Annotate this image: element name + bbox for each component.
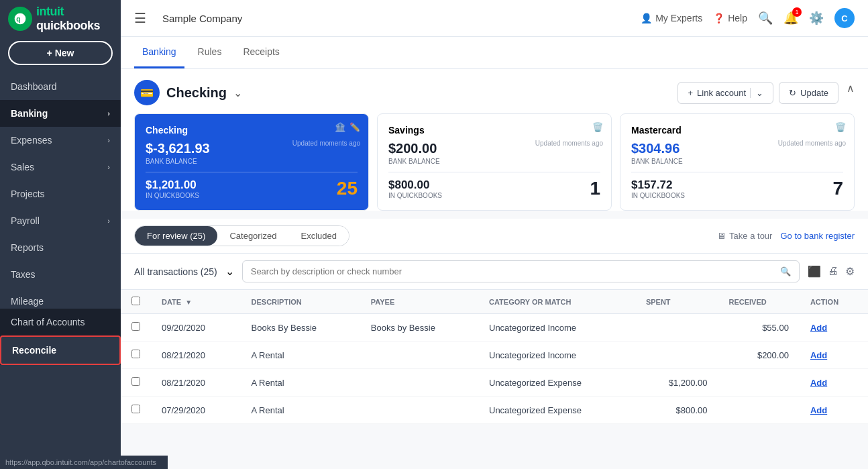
bank-register-link[interactable]: Go to bank register <box>780 231 855 241</box>
row-payee <box>360 397 478 424</box>
row-checkbox[interactable] <box>131 350 140 358</box>
print-icon[interactable]: 🖨 <box>828 265 838 278</box>
row-date: 07/29/2020 <box>151 397 241 424</box>
filter-actions: 🖥 Take a tour Go to bank register <box>717 231 855 241</box>
add-link[interactable]: Add <box>810 378 827 388</box>
link-account-button[interactable]: + Link account ⌄ <box>677 82 773 104</box>
th-category: CATEGORY OR MATCH <box>478 290 635 314</box>
savings-card[interactable]: 🗑️ Savings $200.00 BANK BALANCE Updated … <box>377 113 612 211</box>
row-date: 08/21/2020 <box>151 342 241 369</box>
search-input[interactable] <box>251 266 775 276</box>
new-button[interactable]: + New <box>8 41 113 65</box>
transaction-toolbar: All transactions (25) ⌄ 🔍 ⬛ 🖨 ⚙ <box>121 254 868 290</box>
transactions-table-wrapper: DATE ▼ DESCRIPTION PAYEE CATEGORY OR MAT… <box>121 290 868 424</box>
delete-icon[interactable]: 🗑️ <box>592 122 603 132</box>
reconcile-item[interactable]: Reconcile <box>0 335 121 365</box>
edit-icon[interactable]: ✏️ <box>349 122 360 132</box>
date-sort-icon[interactable]: ▼ <box>185 299 192 306</box>
row-checkbox[interactable] <box>131 377 140 386</box>
row-checkbox[interactable] <box>131 405 140 413</box>
transaction-count: All transactions (25) <box>134 266 217 277</box>
notifications-button[interactable]: 🔔 1 <box>783 11 798 25</box>
plus-icon: + <box>688 88 693 98</box>
sales-label: Sales <box>11 162 34 172</box>
filter-tab-for-review[interactable]: For review (25) <box>135 226 217 246</box>
logo-text: intuit quickbooks <box>36 5 113 33</box>
row-action[interactable]: Add <box>800 314 868 342</box>
help-icon: ❓ <box>713 13 724 23</box>
row-category: Uncategorized Income <box>478 342 635 369</box>
transaction-count-dropdown[interactable]: ⌄ <box>225 265 234 278</box>
add-link[interactable]: Add <box>810 405 827 415</box>
select-all-checkbox[interactable] <box>131 297 140 305</box>
row-payee <box>360 369 478 397</box>
export-icon[interactable]: ⬛ <box>808 265 821 278</box>
checking-qb-label: IN QUICKBOOKS <box>146 192 199 199</box>
sidebar-item-sales[interactable]: Sales › <box>0 154 121 180</box>
tab-rules[interactable]: Rules <box>190 37 230 68</box>
account-section: 💳 Checking ⌄ + Link account ⌄ ↻ Update ∧ <box>121 69 868 211</box>
mastercard-review-count: 7 <box>832 178 843 199</box>
help-button[interactable]: ❓ Help <box>713 13 747 23</box>
add-link[interactable]: Add <box>810 323 827 333</box>
reports-label: Reports <box>11 242 44 253</box>
main-content: ☰ Sample Company 👤 My Experts ❓ Help 🔍 🔔… <box>121 0 868 469</box>
tab-receipts[interactable]: Receipts <box>235 37 287 68</box>
sidebar-item-payroll[interactable]: Payroll › <box>0 207 121 234</box>
row-category: Uncategorized Expense <box>478 369 635 397</box>
row-category: Uncategorized Expense <box>478 397 635 424</box>
banking-chevron: › <box>107 109 110 117</box>
sidebar-item-taxes[interactable]: Taxes <box>0 261 121 288</box>
delete-icon-mc[interactable]: 🗑️ <box>835 122 846 132</box>
banking-label: Banking <box>11 108 48 119</box>
savings-card-bottom: $800.00 IN QUICKBOOKS 1 <box>388 178 600 199</box>
checking-review-count: 25 <box>337 178 358 199</box>
chart-of-accounts-item[interactable]: Chart of Accounts <box>0 309 121 335</box>
link-dropdown-icon[interactable]: ⌄ <box>750 88 763 98</box>
search-icon[interactable]: 🔍 <box>758 11 773 25</box>
update-button[interactable]: ↻ Update <box>779 82 838 104</box>
sidebar-item-banking[interactable]: Banking › <box>0 100 121 127</box>
hamburger-icon[interactable]: ☰ <box>134 10 146 26</box>
mastercard-balance-label: BANK BALANCE <box>631 158 843 165</box>
sidebar-item-reports[interactable]: Reports <box>0 234 121 261</box>
sales-chevron: › <box>107 163 110 171</box>
tab-banking[interactable]: Banking <box>134 37 184 68</box>
filter-tabs: For review (25) Categorized Excluded <box>134 225 349 246</box>
table-row: 09/20/2020 Books By Bessie Books by Bess… <box>121 314 868 342</box>
th-checkbox <box>121 290 151 314</box>
row-received: $55.00 <box>718 314 800 342</box>
mastercard-card[interactable]: 🗑️ Mastercard $304.96 BANK BALANCE Updat… <box>620 113 855 211</box>
row-action[interactable]: Add <box>800 369 868 397</box>
account-icon: 💳 <box>134 80 160 105</box>
accounting-dropdown: Chart of Accounts Reconcile <box>0 309 121 365</box>
filter-tab-excluded[interactable]: Excluded <box>289 226 349 246</box>
account-dropdown-arrow[interactable]: ⌄ <box>233 87 242 99</box>
row-checkbox[interactable] <box>131 322 140 331</box>
payroll-chevron: › <box>107 217 110 225</box>
sidebar-item-expenses[interactable]: Expenses › <box>0 127 121 154</box>
account-title: 💳 Checking ⌄ <box>134 80 242 105</box>
dashboard-label: Dashboard <box>11 81 57 92</box>
row-action[interactable]: Add <box>800 342 868 369</box>
filter-tab-categorized[interactable]: Categorized <box>217 226 288 246</box>
checking-card-name: Checking <box>146 125 358 136</box>
mastercard-card-icons: 🗑️ <box>835 122 846 132</box>
settings-icon[interactable]: ⚙ <box>845 265 855 278</box>
logo-icon: q <box>8 7 32 31</box>
take-a-tour-link[interactable]: 🖥 Take a tour <box>717 231 772 241</box>
table-row: 07/29/2020 A Rental Uncategorized Expens… <box>121 397 868 424</box>
settings-icon[interactable]: ⚙️ <box>809 11 824 25</box>
user-avatar[interactable]: C <box>834 8 855 28</box>
add-link[interactable]: Add <box>810 350 827 360</box>
my-experts-button[interactable]: 👤 My Experts <box>641 13 702 23</box>
table-row: 08/21/2020 A Rental Uncategorized Expens… <box>121 369 868 397</box>
savings-review-count: 1 <box>590 178 600 199</box>
search-icon[interactable]: 🔍 <box>780 266 791 276</box>
checking-card[interactable]: 🏦 ✏️ Checking $-3,621.93 BANK BALANCE Up… <box>134 113 369 211</box>
th-date: DATE ▼ <box>151 290 241 314</box>
sidebar-item-projects[interactable]: Projects <box>0 180 121 207</box>
sidebar-item-dashboard[interactable]: Dashboard <box>0 73 121 100</box>
row-action[interactable]: Add <box>800 397 868 424</box>
collapse-icon[interactable]: ∧ <box>847 82 855 104</box>
